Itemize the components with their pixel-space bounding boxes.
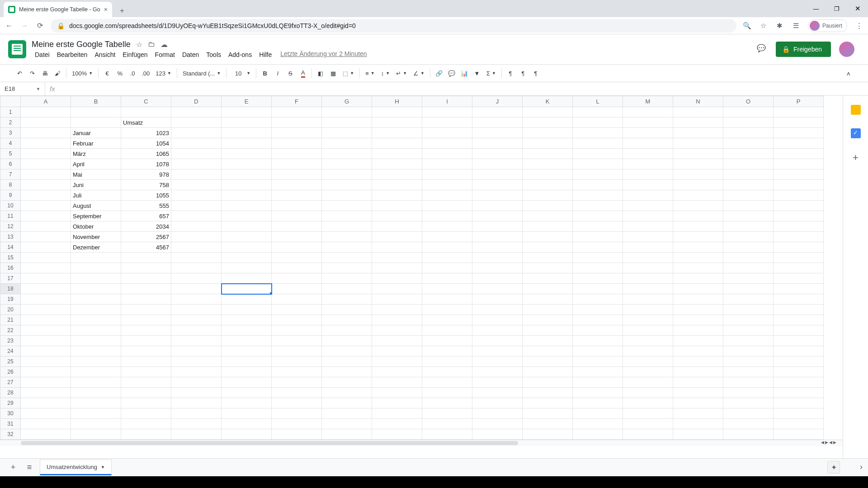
name-box[interactable]: E18 ▼	[0, 82, 45, 95]
number-format-select[interactable]: 123▼	[153, 68, 174, 79]
cell-O25[interactable]	[723, 357, 774, 367]
cell-M8[interactable]	[623, 180, 673, 190]
cell-E11[interactable]	[222, 211, 272, 221]
cell-F10[interactable]	[272, 201, 322, 211]
reload-button[interactable]: ⟳	[35, 21, 44, 30]
cell-L24[interactable]	[573, 346, 623, 357]
cell-C26[interactable]	[121, 367, 171, 377]
cell-F25[interactable]	[272, 357, 322, 367]
cell-E12[interactable]	[222, 221, 272, 232]
font-size-select[interactable]: 10 ▼	[229, 68, 253, 79]
cell-O4[interactable]	[723, 138, 774, 149]
cell-O31[interactable]	[723, 419, 774, 429]
cell-P1[interactable]	[774, 107, 824, 117]
cell-M16[interactable]	[623, 263, 673, 273]
cell-I30[interactable]	[422, 408, 472, 419]
cell-K31[interactable]	[523, 419, 573, 429]
cell-D1[interactable]	[171, 107, 222, 117]
cell-P19[interactable]	[774, 294, 824, 305]
cell-N21[interactable]	[673, 315, 723, 325]
cell-L15[interactable]	[573, 253, 623, 263]
cell-K23[interactable]	[523, 336, 573, 346]
cell-M11[interactable]	[623, 211, 673, 221]
cell-A22[interactable]	[21, 325, 71, 336]
cell-M1[interactable]	[623, 107, 673, 117]
cell-M24[interactable]	[623, 346, 673, 357]
cell-P5[interactable]	[774, 149, 824, 159]
cell-O23[interactable]	[723, 336, 774, 346]
cell-P13[interactable]	[774, 232, 824, 242]
strike-button[interactable]: S	[284, 67, 296, 79]
cell-F17[interactable]	[272, 273, 322, 284]
cell-P2[interactable]	[774, 117, 824, 128]
row-header-27[interactable]: 27	[0, 377, 21, 388]
cell-D24[interactable]	[171, 346, 222, 357]
wrap-button[interactable]: ↵ ▼	[393, 68, 410, 79]
cell-I17[interactable]	[422, 273, 472, 284]
cell-B28[interactable]	[71, 388, 121, 398]
cell-B21[interactable]	[71, 315, 121, 325]
cell-B23[interactable]	[71, 336, 121, 346]
cell-F23[interactable]	[272, 336, 322, 346]
cell-F15[interactable]	[272, 253, 322, 263]
cell-H8[interactable]	[372, 180, 422, 190]
cell-G19[interactable]	[322, 294, 372, 305]
row-header-1[interactable]: 1	[0, 107, 21, 117]
cell-J30[interactable]	[472, 408, 523, 419]
redo-button[interactable]: ↷	[26, 67, 38, 79]
cell-A29[interactable]	[21, 398, 71, 408]
cell-O12[interactable]	[723, 221, 774, 232]
cell-K17[interactable]	[523, 273, 573, 284]
cell-D10[interactable]	[171, 201, 222, 211]
all-sheets-button[interactable]: ≡	[24, 462, 35, 474]
row-header-20[interactable]: 20	[0, 305, 21, 315]
cell-P32[interactable]	[774, 429, 824, 440]
cell-P27[interactable]	[774, 377, 824, 388]
rtl-sheet-button[interactable]: ¶	[505, 67, 516, 79]
cell-G5[interactable]	[322, 149, 372, 159]
cell-M15[interactable]	[623, 253, 673, 263]
cell-K7[interactable]	[523, 169, 573, 180]
cell-K18[interactable]	[523, 284, 573, 294]
cell-L18[interactable]	[573, 284, 623, 294]
cell-A16[interactable]	[21, 263, 71, 273]
cell-D15[interactable]	[171, 253, 222, 263]
cell-I20[interactable]	[422, 305, 472, 315]
cell-B24[interactable]	[71, 346, 121, 357]
cell-C1[interactable]	[121, 107, 171, 117]
cell-H30[interactable]	[372, 408, 422, 419]
cell-G22[interactable]	[322, 325, 372, 336]
cell-K27[interactable]	[523, 377, 573, 388]
back-button[interactable]: ←	[5, 21, 14, 30]
cell-M28[interactable]	[623, 388, 673, 398]
cloud-icon[interactable]: ☁	[160, 40, 168, 49]
cell-K24[interactable]	[523, 346, 573, 357]
cell-L9[interactable]	[573, 190, 623, 201]
cell-N32[interactable]	[673, 429, 723, 440]
print-button[interactable]: 🖶	[39, 67, 51, 79]
cell-J27[interactable]	[472, 377, 523, 388]
menu-view[interactable]: Ansicht	[91, 50, 118, 59]
cell-H20[interactable]	[372, 305, 422, 315]
cell-O11[interactable]	[723, 211, 774, 221]
bold-button[interactable]: B	[259, 67, 271, 79]
cell-N13[interactable]	[673, 232, 723, 242]
cell-O32[interactable]	[723, 429, 774, 440]
cell-P17[interactable]	[774, 273, 824, 284]
cell-C9[interactable]: 1055	[121, 190, 171, 201]
undo-button[interactable]: ↶	[14, 67, 25, 79]
cell-N29[interactable]	[673, 398, 723, 408]
cell-B8[interactable]: Juni	[71, 180, 121, 190]
cell-H24[interactable]	[372, 346, 422, 357]
cell-N19[interactable]	[673, 294, 723, 305]
cell-N11[interactable]	[673, 211, 723, 221]
cell-A20[interactable]	[21, 305, 71, 315]
col-header-B[interactable]: B	[71, 96, 121, 107]
cell-H21[interactable]	[372, 315, 422, 325]
cell-B16[interactable]	[71, 263, 121, 273]
cell-M23[interactable]	[623, 336, 673, 346]
filter-button[interactable]: ▼	[471, 67, 483, 79]
cell-C5[interactable]: 1065	[121, 149, 171, 159]
link-button[interactable]: 🔗	[433, 67, 445, 79]
cell-H22[interactable]	[372, 325, 422, 336]
